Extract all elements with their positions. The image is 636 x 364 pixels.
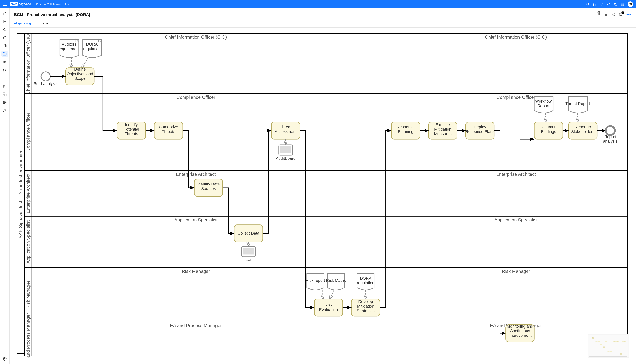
svg-rect-10 (621, 5, 622, 5)
support-icon[interactable] (592, 2, 597, 6)
svg-text:Chief Information Officer (CIO: Chief Information Officer (CIO) (485, 34, 547, 40)
rail-settings-icon[interactable] (2, 356, 8, 362)
svg-line-40 (613, 15, 614, 16)
task-deploy-plans[interactable]: DeployResponse Plans (465, 122, 494, 139)
task-collect-data[interactable]: Collect Data (234, 225, 263, 242)
svg-text:Monitoring andContinuousImprov: Monitoring andContinuousImprovement (507, 324, 533, 338)
svg-rect-11 (622, 5, 623, 5)
svg-rect-8 (622, 4, 623, 4)
svg-rect-7 (621, 4, 622, 4)
task-categorize-threats[interactable]: CategorizeThreats (154, 122, 183, 139)
rail-analytics-icon[interactable] (2, 75, 8, 82)
main-content: BCM - Proactive threat analysis (DORA) ▾… (10, 8, 636, 364)
start-event-label: Start analysis (34, 81, 58, 86)
doc-workflow-report[interactable]: WorkflowReport (534, 96, 553, 113)
svg-line-25 (5, 70, 6, 71)
lane-label: EA and Process Manager (26, 313, 31, 359)
task-threat-assessment[interactable]: ThreatAssessment (271, 122, 300, 139)
svg-text:Risk report: Risk report (306, 278, 325, 283)
svg-text:SAP: SAP (245, 258, 252, 262)
svg-rect-127 (605, 341, 607, 342)
task-execute-mitigation[interactable]: ExecuteMitigationMeasures (429, 122, 457, 139)
svg-rect-133 (620, 353, 622, 354)
rail-folder-icon[interactable] (2, 50, 8, 57)
svg-rect-129 (610, 351, 612, 352)
svg-rect-30 (4, 94, 6, 96)
task-response-planning[interactable]: ResponsePlanning (391, 122, 420, 139)
end-event-label: Reportanalysis (603, 134, 617, 144)
rail-star-icon[interactable] (2, 26, 8, 33)
rail-search-icon[interactable] (2, 67, 8, 73)
rail-briefcase-icon[interactable] (2, 42, 8, 49)
start-event[interactable] (41, 72, 50, 81)
favorite-button[interactable] (604, 13, 608, 16)
svg-rect-135 (624, 341, 626, 342)
svg-rect-122 (592, 337, 594, 338)
svg-rect-123 (595, 341, 597, 342)
doc-risk-matrix[interactable]: Risk Matrix (326, 273, 346, 290)
announce-icon[interactable] (606, 2, 611, 6)
brand-logo[interactable]: SAP Signavio (10, 2, 31, 6)
svg-rect-92 (243, 248, 254, 254)
doc-threat-report[interactable]: Threat Report (565, 96, 590, 113)
lane-label: Application Specialist (26, 220, 31, 264)
svg-rect-131 (615, 341, 617, 342)
system-auditboard[interactable]: AuditBoard (276, 145, 295, 161)
svg-line-26 (4, 70, 4, 71)
page-tabs: Diagram Page Fact Sheet (10, 18, 636, 28)
user-avatar[interactable]: JN (627, 2, 633, 7)
svg-rect-12 (623, 5, 624, 5)
apps-grid-icon[interactable] (620, 2, 625, 6)
help-icon[interactable] (613, 2, 618, 6)
search-icon[interactable] (585, 2, 590, 6)
rail-globe-icon[interactable] (2, 99, 8, 106)
task-monitoring[interactable]: Monitoring andContinuousImprovement (506, 324, 534, 342)
app-header: SAP Signavio Process Collaboration Hub J… (0, 0, 636, 8)
diagram-canvas[interactable]: SAP Signavio Josh - Demo test environmen… (14, 30, 631, 359)
rail-export-icon[interactable] (2, 83, 8, 90)
rail-lab-icon[interactable] (2, 107, 8, 114)
comment-count-badge: 0 (621, 12, 624, 14)
svg-text:IdentifyPotentialThreats: IdentifyPotentialThreats (124, 122, 139, 136)
tab-diagram[interactable]: Diagram Page (14, 20, 32, 28)
svg-rect-97 (280, 146, 291, 153)
svg-text:Risk Matrix: Risk Matrix (326, 278, 346, 283)
doc-auditors-requirement[interactable]: Auditorsrequirement (58, 39, 80, 58)
minimap[interactable] (587, 334, 630, 358)
svg-point-22 (3, 62, 4, 63)
doc-dora-regulation[interactable]: DORAregulation (83, 39, 102, 58)
svg-marker-36 (604, 13, 608, 16)
svg-text:Compliance Officer: Compliance Officer (176, 95, 215, 100)
end-event[interactable] (606, 126, 615, 135)
task-develop-mitigation[interactable]: DevelopMitigationStrategies (351, 299, 380, 316)
rail-copy-icon[interactable] (2, 91, 8, 98)
svg-text:WorkflowReport: WorkflowReport (535, 99, 551, 108)
svg-rect-55 (25, 34, 627, 94)
task-define-scope[interactable]: DefineObjectives andScope (66, 67, 94, 85)
more-button[interactable]: ●●● (626, 13, 631, 16)
bell-icon[interactable] (599, 2, 604, 6)
task-document-findings[interactable]: DocumentFindings (534, 122, 563, 139)
task-identify-sources[interactable]: Identify DataSources (194, 179, 223, 196)
svg-text:Risk Manager: Risk Manager (182, 269, 210, 274)
menu-toggle-icon[interactable] (3, 2, 7, 6)
tab-factsheet[interactable]: Fact Sheet (37, 20, 50, 28)
rail-community-icon[interactable] (2, 59, 8, 65)
task-report-stakeholders[interactable]: Report toStakeholders (568, 122, 597, 139)
rail-home-icon[interactable] (2, 10, 8, 17)
task-risk-evaluation[interactable]: RiskEvaluation (314, 299, 343, 316)
svg-point-39 (614, 15, 615, 16)
page-actions: ▾ 0 ●●● (597, 11, 631, 18)
svg-point-20 (3, 61, 4, 62)
doc-dora-regulation-2[interactable]: DORAregulation (357, 273, 374, 290)
svg-point-24 (4, 69, 6, 71)
rail-history-icon[interactable] (2, 34, 8, 41)
svg-text:Report toStakeholders: Report toStakeholders (571, 125, 595, 134)
print-button[interactable]: ▾ (597, 11, 600, 18)
task-identify-threats[interactable]: IdentifyPotentialThreats (117, 122, 146, 139)
rail-news-icon[interactable] (2, 18, 8, 25)
comments-button[interactable]: 0 (619, 13, 622, 16)
share-button[interactable] (611, 13, 615, 16)
doc-risk-report[interactable]: Risk report (306, 273, 325, 290)
left-rail (0, 8, 10, 364)
